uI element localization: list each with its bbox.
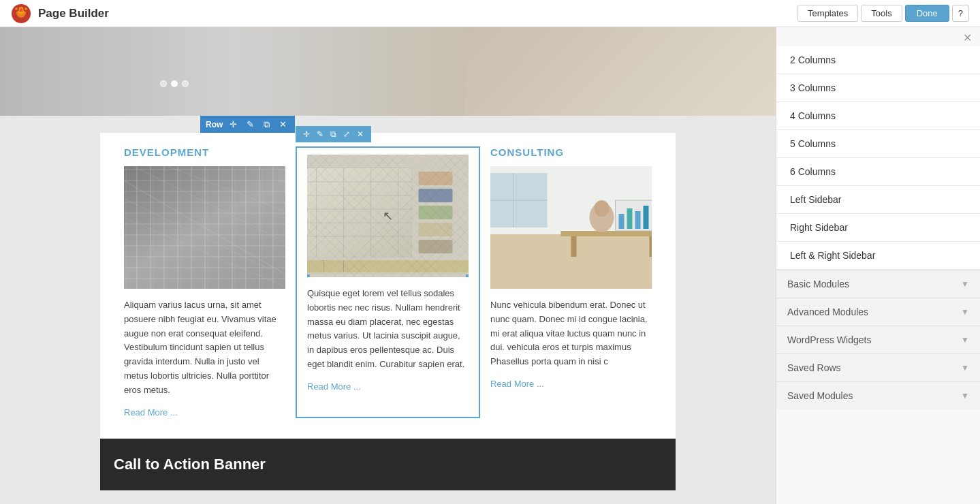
accordion-basic-modules-arrow: ▼ <box>961 279 969 289</box>
svg-rect-53 <box>561 231 652 236</box>
accordion-saved-modules-header[interactable]: Saved Modules ▼ <box>776 382 980 409</box>
layout-6col[interactable]: 6 Columns <box>776 158 980 186</box>
svg-rect-24 <box>307 168 412 257</box>
resize-handle-right[interactable] <box>466 274 469 277</box>
accordion-advanced-modules: Advanced Modules ▼ <box>776 298 980 326</box>
accordion-basic-modules: Basic Modules ▼ <box>776 270 980 298</box>
header-left: Page Builder <box>11 3 109 24</box>
row-move-button[interactable]: ✛ <box>227 119 240 130</box>
svg-rect-62 <box>644 206 649 229</box>
svg-rect-59 <box>619 214 625 229</box>
layout-left-sidebar[interactable]: Left Sidebar <box>776 186 980 214</box>
hero-area-inner <box>0 27 776 116</box>
col-consulting: CONSULTING <box>480 146 662 418</box>
read-more-development[interactable]: Read More ... <box>124 407 178 418</box>
accordion-wordpress-widgets: WordPress Widgets ▼ <box>776 326 980 353</box>
accordion-saved-modules-label: Saved Modules <box>787 390 853 401</box>
accordion-wordpress-widgets-arrow: ▼ <box>961 335 969 345</box>
slider-dot-2[interactable] <box>171 80 178 87</box>
layout-5col[interactable]: 5 Columns <box>776 130 980 158</box>
cta-banner: Call to Action Banner <box>100 439 676 490</box>
svg-rect-39 <box>307 260 469 272</box>
accordion-wordpress-widgets-header[interactable]: WordPress Widgets ▼ <box>776 326 980 353</box>
slider-dots <box>160 80 189 87</box>
row-settings-button[interactable]: ✎ <box>244 119 257 130</box>
col-image-building <box>124 166 285 289</box>
header-title: Page Builder <box>38 7 109 20</box>
col-delete-button[interactable]: ✕ <box>355 129 366 140</box>
accordion-saved-rows-label: Saved Rows <box>787 362 841 373</box>
layout-right-sidebar[interactable]: Right Sidebar <box>776 214 980 242</box>
accordion-basic-modules-header[interactable]: Basic Modules ▼ <box>776 270 980 298</box>
layout-2col[interactable]: 2 Columns <box>776 46 980 74</box>
slider-dot-3[interactable] <box>182 80 189 87</box>
templates-button[interactable]: Templates <box>797 5 858 22</box>
hero-person-area <box>465 27 776 116</box>
col-expand-button[interactable]: ⤢ <box>341 129 352 140</box>
col-move-button[interactable]: ✛ <box>301 129 312 140</box>
col-image-office <box>490 166 652 289</box>
svg-rect-54 <box>571 236 577 257</box>
cta-title: Call to Action Banner <box>114 456 266 473</box>
row-copy-button[interactable]: ⧉ <box>261 119 272 130</box>
svg-line-12 <box>168 166 286 221</box>
col-title-development: DEVELOPMENT <box>124 146 285 158</box>
right-panel: ✕ 2 Columns 3 Columns 4 Columns 5 Column… <box>776 27 980 504</box>
svg-rect-34 <box>419 172 453 185</box>
layout-left-right-sidebar[interactable]: Left & Right Sidebar <box>776 242 980 270</box>
layout-4col[interactable]: 4 Columns <box>776 102 980 130</box>
read-more-consulting[interactable]: Read More ... <box>490 379 544 389</box>
svg-rect-36 <box>419 206 453 219</box>
row-delete-button[interactable]: ✕ <box>276 119 289 130</box>
layout-options: 2 Columns 3 Columns 4 Columns 5 Columns … <box>776 46 980 270</box>
cursor-move-icon: ↖ <box>383 208 393 223</box>
svg-line-10 <box>124 166 285 289</box>
slider-dot-1[interactable] <box>160 80 167 87</box>
svg-rect-9 <box>124 166 285 289</box>
col-image-blueprint: ↖ <box>307 155 469 277</box>
svg-rect-38 <box>419 240 453 253</box>
svg-rect-35 <box>419 189 453 202</box>
col-settings-button[interactable]: ✎ <box>315 129 326 140</box>
tools-button[interactable]: Tools <box>861 5 902 22</box>
svg-rect-8 <box>124 166 285 289</box>
svg-rect-61 <box>635 211 641 229</box>
layout-3col[interactable]: 3 Columns <box>776 74 980 102</box>
accordion-saved-rows-arrow: ▼ <box>961 363 969 373</box>
read-more-design[interactable]: Read More ... <box>307 381 361 392</box>
svg-line-13 <box>124 187 285 289</box>
resize-handle-left[interactable] <box>307 274 310 277</box>
accordion-saved-rows-header[interactable]: Saved Rows ▼ <box>776 354 980 381</box>
svg-point-7 <box>25 7 27 10</box>
accordion-saved-modules: Saved Modules ▼ <box>776 381 980 409</box>
main-layout: Row ✛ ✎ ⧉ ✕ DEVELOPMENT <box>0 27 980 504</box>
col-toolbar: ✛ ✎ ⧉ ⤢ ✕ <box>296 126 371 142</box>
col-text-design: Quisque eget lorem vel tellus sodales lo… <box>307 287 469 372</box>
panel-close-button[interactable]: ✕ <box>963 33 972 44</box>
panel-close-area: ✕ <box>776 27 980 46</box>
svg-line-14 <box>124 207 285 289</box>
row-label: Row <box>206 120 223 129</box>
svg-line-11 <box>133 166 286 255</box>
header-buttons: Templates Tools Done ? <box>797 5 969 22</box>
col-title-consulting: CONSULTING <box>490 146 652 158</box>
accordion-advanced-modules-arrow: ▼ <box>961 307 969 317</box>
three-col-section: DEVELOPMENT <box>100 133 676 439</box>
svg-point-6 <box>15 7 18 10</box>
col-text-development: Aliquam varius lacus urna, sit amet posu… <box>124 298 285 398</box>
accordion-advanced-modules-header[interactable]: Advanced Modules ▼ <box>776 298 980 326</box>
col-development: DEVELOPMENT <box>114 146 296 418</box>
hero-area <box>0 27 776 116</box>
logo-icon <box>11 3 31 24</box>
svg-rect-60 <box>627 208 633 229</box>
svg-rect-22 <box>307 155 469 277</box>
accordion-basic-modules-label: Basic Modules <box>787 279 849 289</box>
row-controls-bar: Row ✛ ✎ ⧉ ✕ <box>100 116 776 133</box>
col-copy-button[interactable]: ⧉ <box>328 129 338 140</box>
help-button[interactable]: ? <box>952 5 969 22</box>
svg-rect-37 <box>419 223 453 236</box>
accordion-advanced-modules-label: Advanced Modules <box>787 306 868 317</box>
svg-rect-23 <box>307 168 412 257</box>
col-design: ✛ ✎ ⧉ ⤢ ✕ <box>296 146 480 418</box>
done-button[interactable]: Done <box>905 5 949 22</box>
